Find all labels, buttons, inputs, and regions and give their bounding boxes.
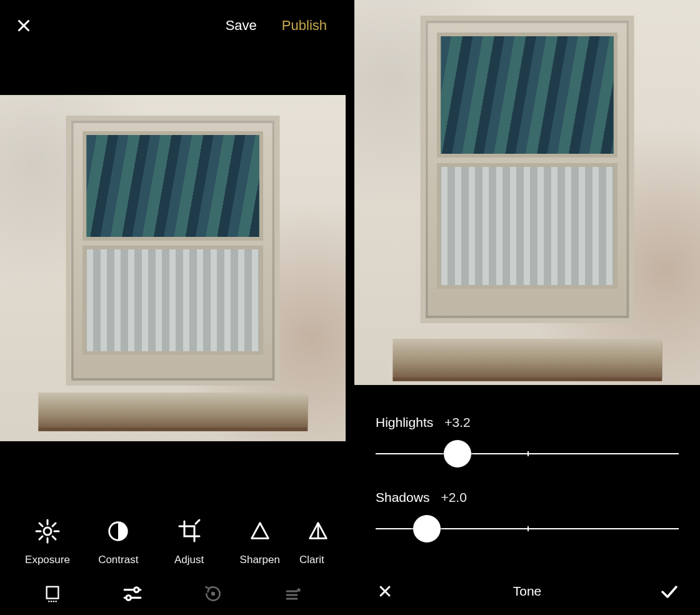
publish-button[interactable]: Publish [282, 18, 327, 34]
tab-revert[interactable] [199, 579, 228, 608]
tool-clarity[interactable]: Clarit [299, 518, 329, 566]
tab-filters[interactable] [38, 579, 67, 608]
svg-marker-11 [251, 523, 268, 539]
tool-adjust[interactable]: Adjust [158, 518, 221, 566]
highlights-label: Highlights [376, 415, 433, 430]
tab-adjustments[interactable] [118, 579, 147, 608]
svg-rect-14 [47, 587, 59, 599]
editor-pane-tools: Save Publish [0, 0, 346, 615]
tab-presets[interactable] [279, 579, 308, 608]
image-preview[interactable] [0, 95, 346, 441]
svg-point-23 [211, 592, 214, 596]
clarity-icon [304, 518, 329, 545]
slider-thumb[interactable] [444, 440, 471, 468]
svg-point-15 [48, 601, 49, 602]
tone-sliders: Highlights +3.2 Shadows +2.0 [354, 415, 700, 548]
close-icon[interactable] [15, 17, 32, 34]
shadows-label: Shadows [376, 490, 429, 505]
shadows-control: Shadows +2.0 [376, 490, 679, 548]
svg-point-18 [56, 601, 57, 602]
adjust-crop-icon [176, 518, 203, 545]
svg-point-22 [126, 596, 131, 600]
image-preview[interactable] [354, 0, 700, 385]
save-button[interactable]: Save [226, 18, 257, 34]
tool-label: Exposure [25, 554, 70, 566]
shadows-slider[interactable] [376, 510, 679, 548]
tool-row: Exposure Contrast [0, 518, 346, 566]
svg-line-8 [39, 536, 42, 539]
slider-thumb[interactable] [413, 515, 441, 542]
svg-line-7 [52, 523, 56, 526]
tool-label: Sharpen [240, 554, 280, 566]
svg-line-5 [39, 523, 42, 526]
tool-label: Clarit [299, 554, 324, 566]
svg-line-6 [52, 536, 56, 539]
tool-exposure[interactable]: Exposure [16, 518, 79, 566]
svg-point-17 [53, 601, 54, 602]
tone-action-bar: Tone [354, 568, 700, 615]
top-bar: Save Publish [0, 0, 346, 51]
highlights-control: Highlights +3.2 [376, 415, 679, 472]
bottom-tab-bar [0, 572, 346, 615]
svg-point-16 [51, 601, 52, 602]
editor-pane-tone: Highlights +3.2 Shadows +2.0 [354, 0, 700, 615]
highlights-slider[interactable] [376, 435, 679, 472]
highlights-value: +3.2 [444, 415, 470, 430]
svg-point-0 [44, 528, 51, 535]
panel-title: Tone [394, 584, 660, 599]
tool-label: Adjust [174, 554, 204, 566]
tool-sharpen[interactable]: Sharpen [229, 518, 291, 566]
contrast-icon [104, 518, 132, 545]
sharpen-icon [246, 518, 274, 545]
tool-contrast[interactable]: Contrast [87, 518, 149, 566]
exposure-icon [34, 518, 61, 545]
tool-label: Contrast [98, 554, 138, 566]
svg-line-10 [196, 520, 199, 524]
shadows-value: +2.0 [441, 490, 466, 505]
svg-point-21 [134, 588, 139, 592]
confirm-icon[interactable] [660, 582, 679, 601]
cancel-icon[interactable] [376, 582, 394, 601]
